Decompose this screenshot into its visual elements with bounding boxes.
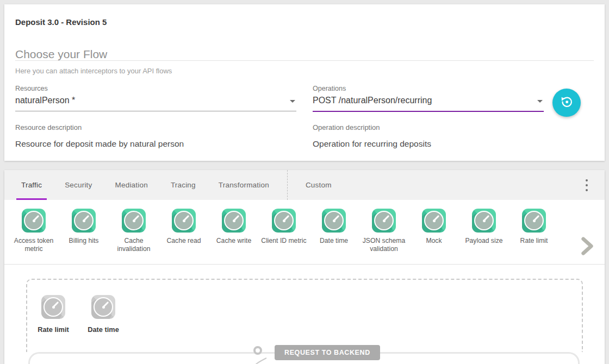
- gauge-icon: [522, 209, 546, 233]
- palette-scroll-right-button[interactable]: [577, 235, 595, 259]
- gauge-icon: [322, 209, 346, 233]
- palette-item-rate-limit[interactable]: Rate limit: [509, 209, 559, 264]
- tab-group-divider: [287, 170, 288, 200]
- interceptor-tab-bar: TrafficSecurityMediationTracingTransform…: [4, 170, 605, 200]
- resources-value[interactable]: naturalPerson *: [15, 96, 296, 111]
- tab-label: Tracing: [171, 181, 196, 189]
- resource-description-value: Resource for deposit made by natural per…: [15, 139, 184, 149]
- operations-value-text: POST /naturalPerson/recurring: [313, 96, 432, 105]
- more-options-button[interactable]: [582, 179, 592, 191]
- palette-item-client-id-metric[interactable]: Client ID metric: [259, 209, 309, 264]
- palette-item-label: Cache write: [209, 237, 259, 245]
- palette-item-label: Client ID metric: [259, 237, 309, 245]
- chevron-down-icon[interactable]: [537, 100, 543, 103]
- palette-item-json-schema-validation[interactable]: JSON schema validation: [359, 209, 409, 264]
- resources-value-text: naturalPerson *: [15, 96, 75, 105]
- flow-interceptor-date-time[interactable]: Date time: [78, 295, 128, 352]
- palette-item-date-time[interactable]: Date time: [309, 209, 359, 264]
- tab-label: Transformation: [219, 181, 269, 189]
- section-divider: [15, 60, 594, 61]
- tab-traffic[interactable]: Traffic: [10, 170, 53, 200]
- palette-item-label: Rate limit: [509, 237, 559, 245]
- tab-tracing[interactable]: Tracing: [159, 170, 207, 200]
- operations-label: Operations: [313, 85, 544, 92]
- palette-item-label: JSON schema validation: [359, 237, 409, 253]
- gauge-icon: [222, 209, 246, 233]
- chevron-down-icon[interactable]: [290, 100, 295, 103]
- restore-icon: [560, 95, 574, 111]
- flow-header-card: Deposit 3.0 - Revision 5 Choose your Flo…: [4, 4, 605, 161]
- tab-label: Custom: [306, 181, 332, 189]
- palette-item-label: Cache invalidation: [109, 237, 159, 253]
- tab-label: Traffic: [21, 181, 42, 189]
- gauge-icon: [472, 209, 496, 233]
- flow-connector-curve: [248, 357, 270, 364]
- resources-label: Resources: [15, 85, 296, 92]
- interceptors-card: TrafficSecurityMediationTracingTransform…: [4, 170, 605, 364]
- operation-description: Operation description Operation for recu…: [313, 123, 431, 149]
- palette-item-access-token-metric[interactable]: Access token metric: [9, 209, 59, 264]
- palette-item-label: Payload size: [459, 237, 509, 245]
- operation-description-label: Operation description: [313, 123, 431, 131]
- gauge-icon: [172, 209, 196, 233]
- flow-interceptor-label: Date time: [88, 325, 119, 334]
- palette-item-cache-read[interactable]: Cache read: [159, 209, 209, 264]
- section-title: Choose your Flow: [15, 48, 107, 61]
- page-title: Deposit 3.0 - Revision 5: [15, 17, 107, 27]
- operations-select[interactable]: Operations POST /naturalPerson/recurring: [313, 85, 544, 112]
- flow-node[interactable]: [253, 346, 262, 355]
- palette-item-label: Access token metric: [9, 237, 59, 253]
- palette-item-cache-write[interactable]: Cache write: [209, 209, 259, 264]
- tab-custom[interactable]: Custom: [294, 170, 343, 200]
- gauge-icon: [422, 209, 446, 233]
- resource-description: Resource description Resource for deposi…: [15, 123, 184, 149]
- tab-transformation[interactable]: Transformation: [207, 170, 281, 200]
- flow-interceptor-label: Rate limit: [38, 325, 69, 334]
- tab-label: Security: [65, 181, 92, 189]
- palette-item-label: Date time: [309, 237, 359, 245]
- interceptor-palette: Access token metric Billing hits Cache i…: [4, 200, 605, 265]
- flow-interceptor-rate-limit[interactable]: Rate limit: [28, 295, 78, 352]
- palette-item-label: Cache read: [159, 237, 209, 245]
- resource-description-label: Resource description: [15, 123, 184, 131]
- palette-item-cache-invalidation[interactable]: Cache invalidation: [109, 209, 159, 264]
- gauge-icon: [41, 295, 65, 319]
- resources-select[interactable]: Resources naturalPerson *: [15, 85, 296, 111]
- operations-value[interactable]: POST /naturalPerson/recurring: [313, 96, 544, 112]
- palette-item-payload-size[interactable]: Payload size: [459, 209, 509, 264]
- gauge-icon: [272, 209, 296, 233]
- palette-item-billing-hits[interactable]: Billing hits: [59, 209, 109, 264]
- gauge-icon: [91, 295, 115, 319]
- tab-security[interactable]: Security: [53, 170, 103, 200]
- reload-operations-button[interactable]: [552, 89, 581, 117]
- gauge-icon: [122, 209, 146, 233]
- palette-item-mock[interactable]: Mock: [409, 209, 459, 264]
- tab-mediation[interactable]: Mediation: [104, 170, 159, 200]
- section-subtitle: Here you can attach interceptors to your…: [15, 67, 172, 75]
- palette-item-label: Mock: [409, 237, 459, 245]
- gauge-icon: [22, 209, 46, 233]
- tab-label: Mediation: [115, 181, 148, 189]
- chevron-right-icon: [577, 235, 595, 257]
- palette-item-label: Billing hits: [59, 237, 109, 245]
- request-to-backend-badge: REQUEST TO BACKEND: [275, 345, 380, 360]
- gauge-icon: [72, 209, 96, 233]
- operation-description-value: Operation for recurring deposits: [313, 139, 431, 149]
- flow-drop-zone[interactable]: Rate limit Date time: [26, 279, 583, 352]
- gauge-icon: [372, 209, 396, 233]
